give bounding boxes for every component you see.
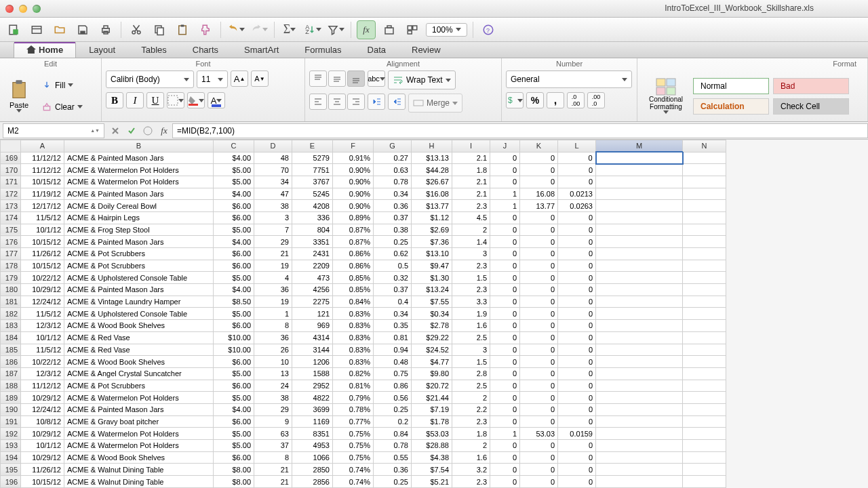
cell[interactable]: $16.08 <box>412 188 452 200</box>
cell[interactable]: 12/17/12 <box>21 200 64 212</box>
new-workbook-button[interactable] <box>4 20 23 39</box>
cell[interactable]: $29.22 <box>412 331 452 344</box>
cell[interactable]: $8.00 <box>214 476 254 488</box>
cell[interactable]: 0 <box>558 415 596 428</box>
cell[interactable]: ACME & Upholstered Console Table <box>64 272 214 284</box>
cell[interactable]: 0.83% <box>333 308 374 320</box>
cell[interactable] <box>596 236 683 248</box>
col-header-F[interactable]: F <box>333 140 374 152</box>
close-icon[interactable] <box>5 5 14 13</box>
cell[interactable]: ACME & Painted Mason Jars <box>64 236 214 248</box>
cell[interactable]: 4256 <box>292 284 333 296</box>
cell[interactable]: 0.48 <box>374 356 412 368</box>
cell[interactable]: 0 <box>490 415 520 428</box>
cell[interactable]: 0 <box>558 164 596 176</box>
minimize-icon[interactable] <box>19 5 27 13</box>
cell[interactable]: 48 <box>254 152 292 164</box>
cell[interactable]: 21 <box>254 476 292 488</box>
cell[interactable]: $5.00 <box>214 440 254 452</box>
cell[interactable]: 0.38 <box>374 224 412 236</box>
underline-button[interactable]: U <box>146 92 164 108</box>
cell[interactable]: $28.88 <box>412 440 452 452</box>
row-header[interactable]: 196 <box>1 476 21 488</box>
cell[interactable]: 0 <box>490 248 520 260</box>
cell[interactable]: $1.78 <box>412 415 452 428</box>
cell[interactable]: $6.00 <box>214 356 254 368</box>
cell[interactable]: 5279 <box>292 152 333 164</box>
cell[interactable]: 2850 <box>292 464 333 476</box>
row-header[interactable]: 193 <box>1 440 21 452</box>
cell[interactable]: ACME & Vintage Laundry Hamper <box>64 296 214 308</box>
col-header-I[interactable]: I <box>452 140 490 152</box>
align-center-button[interactable] <box>328 94 346 110</box>
cell[interactable]: 0 <box>490 176 520 188</box>
cell[interactable]: 10/22/12 <box>21 356 64 368</box>
cell[interactable] <box>596 451 683 464</box>
tab-home[interactable]: Home <box>14 41 76 58</box>
cell[interactable]: ACME & Watermelon Pot Holders <box>64 428 214 440</box>
cell[interactable]: 0 <box>490 440 520 452</box>
cell[interactable]: 1.6 <box>452 451 490 464</box>
cell[interactable]: $4.00 <box>214 236 254 248</box>
cell[interactable]: $6.00 <box>214 320 254 332</box>
paste-button[interactable] <box>173 20 192 39</box>
cell[interactable]: 0.94 <box>374 344 412 356</box>
cell[interactable]: 1588 <box>292 367 333 380</box>
cell[interactable]: ACME & Walnut Dining Table <box>64 476 214 488</box>
cell[interactable]: 34 <box>254 176 292 188</box>
cell[interactable]: 0.83% <box>333 331 374 344</box>
select-all-corner[interactable] <box>1 140 21 152</box>
italic-button[interactable]: I <box>126 92 144 108</box>
cell[interactable]: 0.90% <box>333 164 374 176</box>
cell[interactable]: $6.00 <box>214 200 254 212</box>
cell[interactable] <box>596 296 683 308</box>
cell[interactable]: 2.3 <box>452 415 490 428</box>
cell[interactable]: $6.00 <box>214 260 254 272</box>
col-header-G[interactable]: G <box>374 140 412 152</box>
cell[interactable]: 4822 <box>292 392 333 404</box>
cell[interactable]: 0 <box>558 308 596 320</box>
cell[interactable]: 2.2 <box>452 403 490 415</box>
cell[interactable]: 804 <box>292 224 333 236</box>
cell[interactable]: 0 <box>490 392 520 404</box>
row-header[interactable]: 169 <box>1 152 21 164</box>
cell[interactable]: 2.5 <box>452 380 490 392</box>
style-normal[interactable]: Normal <box>693 78 769 94</box>
cell[interactable]: ACME & Doily Cereal Bowl <box>64 200 214 212</box>
cell[interactable]: 11/12/12 <box>21 152 64 164</box>
cell[interactable]: 0.37 <box>374 284 412 296</box>
row-header[interactable]: 185 <box>1 344 21 356</box>
col-header-M[interactable]: M <box>596 140 683 152</box>
row-header[interactable]: 173 <box>1 200 21 212</box>
cell[interactable]: 0.78 <box>374 440 412 452</box>
cell[interactable]: 3144 <box>292 344 333 356</box>
row-header[interactable]: 190 <box>1 403 21 415</box>
cell[interactable]: 47 <box>254 188 292 200</box>
decrease-decimal-button[interactable]: .00.0 <box>587 92 605 108</box>
cell[interactable] <box>596 380 683 392</box>
cell[interactable]: 0.34 <box>374 308 412 320</box>
cell[interactable]: 0 <box>490 331 520 344</box>
cell[interactable]: $6.00 <box>214 415 254 428</box>
cell[interactable]: ACME & Watermelon Pot Holders <box>64 440 214 452</box>
cell[interactable]: ACME & Hairpin Legs <box>64 211 214 224</box>
cell[interactable]: 0 <box>558 331 596 344</box>
cell[interactable]: 0 <box>520 464 558 476</box>
cell[interactable]: 0 <box>520 331 558 344</box>
cell[interactable]: 0 <box>558 440 596 452</box>
cell[interactable] <box>596 284 683 296</box>
cell[interactable]: 63 <box>254 428 292 440</box>
cell[interactable]: $7.55 <box>412 296 452 308</box>
cell[interactable]: 8 <box>254 451 292 464</box>
cell[interactable]: $4.00 <box>214 284 254 296</box>
cell[interactable]: 11/26/12 <box>21 248 64 260</box>
cell[interactable]: 0.86% <box>333 248 374 260</box>
cell[interactable]: 1.8 <box>452 164 490 176</box>
cell[interactable]: 19 <box>254 260 292 272</box>
cell[interactable]: 11/12/12 <box>21 164 64 176</box>
toolbox-button[interactable] <box>380 20 399 39</box>
cell[interactable]: ACME & Watermelon Pot Holders <box>64 176 214 188</box>
cell[interactable]: $8.00 <box>214 464 254 476</box>
cell[interactable]: 2.3 <box>452 284 490 296</box>
cell[interactable] <box>683 428 726 440</box>
